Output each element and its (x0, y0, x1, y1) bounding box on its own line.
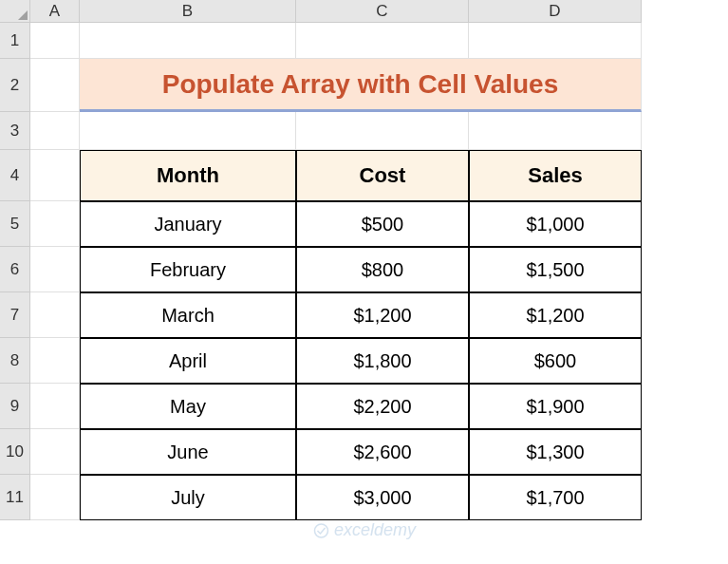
cell-a7[interactable] (30, 292, 80, 338)
data-cost-4[interactable]: $2,200 (296, 384, 469, 429)
cell-a5[interactable] (30, 201, 80, 247)
cell-c3[interactable] (296, 112, 469, 150)
data-sales-0[interactable]: $1,000 (469, 201, 642, 247)
col-header-b[interactable]: B (80, 0, 296, 23)
data-month-2[interactable]: March (80, 292, 296, 338)
data-month-1[interactable]: February (80, 247, 296, 292)
watermark-text: exceldemy (334, 520, 416, 539)
data-sales-5[interactable]: $1,300 (469, 429, 642, 475)
cell-b1[interactable] (80, 23, 296, 59)
data-sales-3[interactable]: $600 (469, 338, 642, 384)
data-sales-2[interactable]: $1,200 (469, 292, 642, 338)
cell-a1[interactable] (30, 23, 80, 59)
header-sales[interactable]: Sales (469, 150, 642, 201)
row-header-4[interactable]: 4 (0, 150, 30, 201)
data-cost-2[interactable]: $1,200 (296, 292, 469, 338)
row-header-5[interactable]: 5 (0, 201, 30, 247)
cell-d3[interactable] (469, 112, 642, 150)
cell-d1[interactable] (469, 23, 642, 59)
svg-point-0 (314, 524, 327, 537)
cell-b3[interactable] (80, 112, 296, 150)
cell-c1[interactable] (296, 23, 469, 59)
data-cost-6[interactable]: $3,000 (296, 475, 469, 520)
watermark: exceldemy (312, 520, 416, 540)
cell-a8[interactable] (30, 338, 80, 384)
row-header-10[interactable]: 10 (0, 429, 30, 475)
data-cost-0[interactable]: $500 (296, 201, 469, 247)
data-sales-1[interactable]: $1,500 (469, 247, 642, 292)
col-header-d[interactable]: D (469, 0, 642, 23)
data-month-0[interactable]: January (80, 201, 296, 247)
col-header-c[interactable]: C (296, 0, 469, 23)
select-all-corner[interactable] (0, 0, 30, 23)
cell-a9[interactable] (30, 384, 80, 429)
col-header-a[interactable]: A (30, 0, 80, 23)
cell-a11[interactable] (30, 475, 80, 520)
data-sales-4[interactable]: $1,900 (469, 384, 642, 429)
row-header-8[interactable]: 8 (0, 338, 30, 384)
row-header-2[interactable]: 2 (0, 59, 30, 112)
row-header-6[interactable]: 6 (0, 247, 30, 292)
data-month-5[interactable]: June (80, 429, 296, 475)
data-cost-1[interactable]: $800 (296, 247, 469, 292)
row-header-1[interactable]: 1 (0, 23, 30, 59)
row-header-9[interactable]: 9 (0, 384, 30, 429)
header-cost[interactable]: Cost (296, 150, 469, 201)
header-month[interactable]: Month (80, 150, 296, 201)
spreadsheet-grid: A B C D 1 2 Populate Array with Cell Val… (0, 0, 728, 520)
row-header-7[interactable]: 7 (0, 292, 30, 338)
cell-a6[interactable] (30, 247, 80, 292)
cell-a4[interactable] (30, 150, 80, 201)
data-month-6[interactable]: July (80, 475, 296, 520)
title-cell[interactable]: Populate Array with Cell Values (80, 59, 642, 112)
row-header-11[interactable]: 11 (0, 475, 30, 520)
cell-a2[interactable] (30, 59, 80, 112)
data-cost-3[interactable]: $1,800 (296, 338, 469, 384)
data-sales-6[interactable]: $1,700 (469, 475, 642, 520)
cell-a10[interactable] (30, 429, 80, 475)
data-cost-5[interactable]: $2,600 (296, 429, 469, 475)
row-header-3[interactable]: 3 (0, 112, 30, 150)
watermark-icon (312, 522, 329, 539)
cell-a3[interactable] (30, 112, 80, 150)
data-month-4[interactable]: May (80, 384, 296, 429)
data-month-3[interactable]: April (80, 338, 296, 384)
